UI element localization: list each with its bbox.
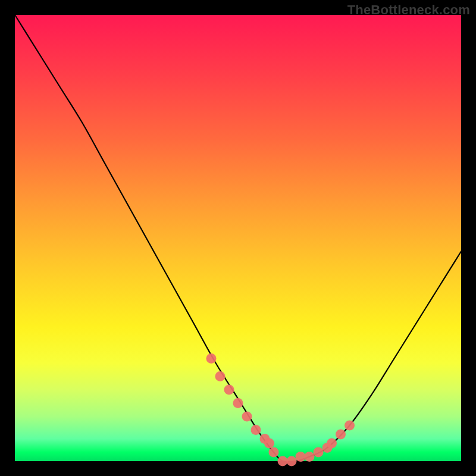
- highlight-dot: [264, 439, 274, 449]
- watermark-text: TheBottleneck.com: [347, 2, 470, 18]
- highlight-dot: [269, 447, 279, 458]
- highlight-dot: [224, 385, 234, 395]
- chart-frame: TheBottleneck.com: [0, 0, 476, 476]
- highlight-dot: [336, 430, 346, 440]
- curve-line: [15, 15, 461, 462]
- chart-svg: [15, 15, 461, 461]
- highlight-dot: [206, 353, 217, 364]
- highlight-dot: [314, 447, 324, 458]
- highlight-dot: [233, 398, 243, 408]
- highlight-dot: [305, 452, 315, 462]
- highlight-dot: [287, 456, 297, 466]
- highlight-dots: [206, 353, 355, 466]
- highlight-dot: [242, 412, 252, 422]
- highlight-dot: [296, 452, 306, 462]
- highlight-dot: [345, 421, 355, 431]
- highlight-dot: [327, 439, 337, 449]
- highlight-dot: [251, 425, 261, 435]
- bottleneck-curve: [15, 15, 461, 462]
- highlight-dot: [215, 371, 226, 381]
- highlight-dot: [278, 456, 288, 466]
